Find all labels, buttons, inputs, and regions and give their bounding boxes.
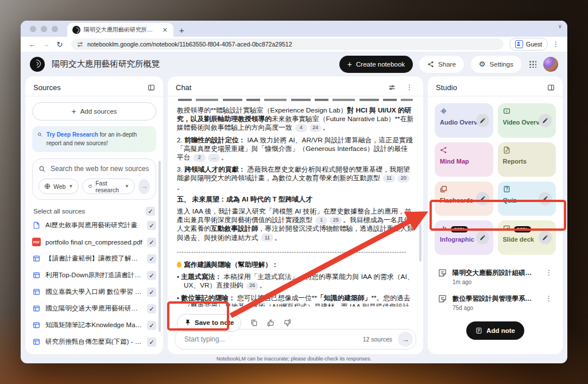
source-row[interactable]: PDFportfoilo final cn_compressed.pdf✓ — [32, 234, 156, 250]
url-bar[interactable]: notebooklm.google.com/notebook/11b63550-… — [71, 38, 504, 50]
notebooklm-header: 陽明交大應用藝術研究所概覽 + Create notebook Share ⚙ … — [21, 52, 567, 76]
source-title: portfoilo final cn_compressed.pdf — [45, 239, 142, 246]
create-notebook-label: Create notebook — [356, 61, 405, 68]
edit-pencil-icon[interactable] — [539, 114, 552, 127]
collapse-studio-panel-icon[interactable] — [547, 84, 555, 91]
thumbs-down-button[interactable] — [284, 319, 291, 327]
studio-card-quiz[interactable]: Quiz — [498, 181, 556, 216]
chat-settings-icon[interactable] — [388, 84, 396, 91]
forward-button[interactable]: → — [40, 40, 52, 49]
deep-research-link[interactable]: Try Deep Research — [47, 131, 98, 138]
source-checkbox[interactable]: ✓ — [147, 238, 156, 247]
back-button[interactable]: ← — [26, 40, 38, 49]
guest-profile-button[interactable]: Guest — [509, 38, 548, 51]
source-row[interactable]: AI歷史敘事與應用藝術研究計畫✓ — [32, 217, 156, 234]
create-notebook-button[interactable]: + Create notebook — [339, 56, 413, 73]
send-button[interactable]: → — [398, 332, 413, 347]
citation-chip[interactable]: 1 — [315, 216, 327, 224]
collapse-sources-panel-icon[interactable] — [148, 84, 155, 91]
studio-card-reports[interactable]: Reports — [498, 142, 556, 177]
citation-chip[interactable]: 4 — [295, 124, 307, 132]
deep-research-banner[interactable]: Try Deep Research for an in-depth report… — [32, 126, 156, 152]
user-avatar[interactable] — [543, 57, 558, 72]
edit-pencil-icon[interactable] — [476, 231, 489, 245]
zoom-window-button[interactable] — [52, 26, 58, 32]
chat-panel-title: Chat — [176, 83, 191, 92]
chevron-down-icon: ▼ — [125, 184, 129, 189]
share-button[interactable]: Share — [419, 55, 465, 73]
source-row[interactable]: 知識矩陣筆記本Knowledge Matrix No...✓ — [32, 317, 156, 333]
source-checkbox[interactable]: ✓ — [147, 271, 156, 280]
add-sources-button[interactable]: + Add sources — [32, 102, 156, 121]
source-checkbox[interactable]: ✓ — [147, 338, 156, 347]
studio-card-infographic[interactable]: BETAInfographic — [435, 220, 493, 255]
citation-chip[interactable]: 2 — [194, 154, 206, 162]
source-row[interactable]: 國立嘉義大學入口網 數位學習 設計與...✓ — [32, 284, 156, 300]
edit-pencil-icon[interactable] — [476, 114, 489, 127]
note-row[interactable]: 數位學習設計與管理學系自傳75d ago⋮ — [435, 290, 556, 316]
source-checkbox[interactable]: ✓ — [147, 221, 156, 230]
window-controls[interactable] — [21, 21, 66, 37]
save-to-note-button[interactable]: Save to note — [177, 314, 241, 332]
note-row[interactable]: 陽明交大應藝所設計組碩士甄試自傳1m ago⋮ — [435, 264, 556, 290]
sources-scrollbar[interactable] — [158, 161, 161, 332]
tab-close-icon[interactable]: ✕ — [161, 26, 169, 34]
thumbs-up-button[interactable] — [267, 319, 274, 327]
note-list: 陽明交大應藝所設計組碩士甄試自傳1m ago⋮數位學習設計與管理學系自傳75d … — [435, 264, 556, 316]
edit-pencil-icon[interactable] — [539, 231, 552, 245]
citation-chip[interactable]: 20 — [397, 174, 409, 183]
browser-window: 陽明交大應用藝術研究所概覽 - N ✕ + ˅ ← → ↻ notebooklm… — [21, 21, 567, 363]
save-to-note-label: Save to note — [195, 319, 234, 326]
search-submit-button[interactable]: → — [138, 179, 150, 194]
source-row[interactable]: 國立陽明交通大學應用藝術研究所 Ins...✓ — [32, 300, 156, 317]
citation-chip[interactable]: … — [208, 154, 220, 162]
citation-chip[interactable]: 11 — [383, 174, 395, 183]
edit-pencil-icon[interactable] — [476, 192, 489, 205]
note-menu-icon[interactable]: ⋮ — [543, 294, 555, 302]
notebooklm-logo-icon[interactable] — [30, 57, 45, 72]
studio-card-slidedeck[interactable]: BETASlide deck — [498, 220, 556, 255]
tab-search-chevron-icon[interactable]: ˅ — [558, 24, 562, 30]
studio-card-mindmap[interactable]: Mind Map — [435, 142, 493, 177]
studio-card-video[interactable]: Video Overview — [498, 103, 556, 138]
browser-tab[interactable]: 陽明交大應用藝術研究所概覽 - N ✕ — [67, 23, 173, 37]
settings-button[interactable]: ⚙ Settings — [470, 55, 522, 73]
citation-chip[interactable]: 24 — [310, 124, 322, 132]
edit-pencil-icon[interactable] — [539, 192, 552, 205]
browser-menu-icon[interactable]: ⋮ — [550, 40, 562, 48]
new-tab-button[interactable]: + — [179, 25, 184, 35]
studio-card-flashcards[interactable]: Flashcards — [435, 181, 493, 216]
reload-button[interactable]: ↻ — [54, 40, 65, 49]
minimize-window-button[interactable] — [41, 26, 47, 32]
fast-research-chip[interactable]: Fast research ▼ — [82, 179, 135, 194]
source-row[interactable]: 研究所推甄自傳怎麼寫(下篇) - 政治大...✓ — [32, 333, 156, 350]
note-timestamp: 75d ago — [452, 305, 537, 311]
web-icon — [32, 271, 41, 280]
studio-card-grid: Audio OverviewVideo OverviewMind MapRepo… — [435, 103, 556, 255]
source-row[interactable]: 【讀書計畫範例】讓教授了解你未來...✓ — [32, 250, 156, 267]
source-checkbox[interactable]: ✓ — [147, 304, 156, 313]
close-window-button[interactable] — [30, 26, 36, 32]
web-search-input[interactable]: Search the web for new sources — [38, 165, 150, 173]
source-checkbox[interactable]: ✓ — [147, 254, 156, 263]
google-apps-icon[interactable] — [529, 60, 536, 68]
chat-scrollbar[interactable] — [419, 211, 421, 262]
source-checkbox[interactable]: ✓ — [147, 321, 156, 330]
citation-chip[interactable]: 25 — [330, 216, 342, 224]
copy-button[interactable] — [250, 319, 258, 327]
source-checkbox[interactable]: ✓ — [147, 288, 156, 297]
web-source-chip[interactable]: Web ▼ — [38, 179, 79, 194]
studio-card-audio[interactable]: Audio Overview — [435, 103, 493, 138]
source-checkbox[interactable]: ✓ — [147, 354, 156, 355]
chat-input[interactable] — [183, 335, 357, 344]
source-row[interactable]: 研究所推甄自傳怎麼寫？(上篇) - 政治...✓ — [32, 350, 156, 354]
citation-chip[interactable]: 26 — [246, 282, 258, 290]
source-title: 知識矩陣筆記本Knowledge Matrix No... — [45, 321, 142, 329]
chat-menu-icon[interactable]: ⋮ — [404, 83, 415, 91]
note-menu-icon[interactable]: ⋮ — [543, 269, 555, 277]
select-all-checkbox[interactable]: ✓ — [146, 207, 155, 216]
source-row[interactable]: 利用Top-Down原則打造讀書計畫 #推...✓ — [32, 267, 156, 284]
site-settings-icon[interactable] — [77, 41, 83, 48]
add-note-button[interactable]: Add note — [466, 321, 524, 340]
citation-chip[interactable]: 11 — [261, 234, 273, 242]
